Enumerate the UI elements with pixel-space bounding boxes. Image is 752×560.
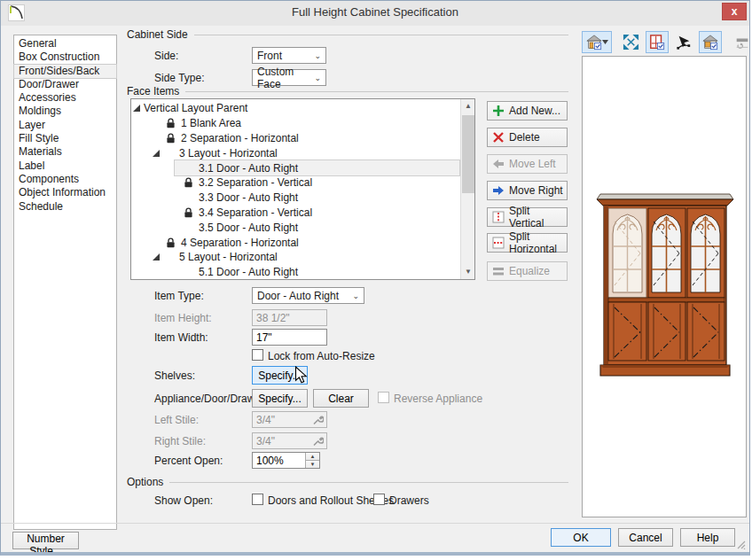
tree-row-selected[interactable]: 3.1 Door - Auto Right <box>175 160 459 175</box>
tree-row[interactable]: 5.1 Door - Auto Right <box>131 265 459 280</box>
appliance-specify-button[interactable]: Specify... <box>252 389 308 408</box>
drawers-checkbox[interactable] <box>373 494 385 505</box>
arrow-left-icon <box>492 158 505 170</box>
percent-open-field[interactable] <box>253 453 305 468</box>
reverse-appliance-label: Reverse Appliance <box>394 393 482 405</box>
tree-row[interactable]: 3.4 Separation - Vertical <box>131 206 459 221</box>
preview-toolbar <box>582 31 750 53</box>
sidebar-item-label[interactable]: Label <box>14 159 116 173</box>
standard-view-house-button[interactable] <box>582 31 612 53</box>
footer-divider <box>1 523 749 524</box>
left-stile-label: Left Stile: <box>154 414 199 426</box>
item-height-field <box>252 309 327 326</box>
spin-down-icon[interactable]: ▼ <box>306 461 319 468</box>
resize-grip[interactable] <box>737 541 746 549</box>
sidebar-item-fill-style[interactable]: Fill Style <box>14 132 116 145</box>
chevron-down-icon: ⌄ <box>352 292 359 300</box>
expander-icon[interactable] <box>133 105 140 112</box>
arrow-right-icon <box>492 184 505 197</box>
expander-icon[interactable] <box>153 253 160 261</box>
chevron-down-icon: ⌄ <box>314 74 321 82</box>
tree-scrollbar[interactable]: ▲ ▼ <box>460 99 474 279</box>
default-wrench-icon <box>312 414 324 425</box>
sidebar-item-layer[interactable]: Layer <box>14 119 116 132</box>
standard-view-house-icon <box>586 35 602 51</box>
group-title: Cabinet Side <box>127 28 188 41</box>
tree-row[interactable]: 3.3 Door - Auto Right <box>131 191 459 206</box>
rotate-disabled-icon <box>734 35 750 51</box>
shelves-specify-button[interactable]: Specify... <box>252 366 308 385</box>
close-button[interactable]: x <box>722 3 747 20</box>
cabinet-preview-image <box>596 191 734 386</box>
scrollbar-thumb[interactable] <box>462 115 474 193</box>
fill-window-button[interactable] <box>619 31 642 53</box>
sidebar-item-door-drawer[interactable]: Door/Drawer <box>14 78 116 91</box>
side-type-dropdown[interactable]: Custom Face ⌄ <box>252 69 326 86</box>
item-type-label: Item Type: <box>154 290 204 302</box>
cancel-button[interactable]: Cancel <box>618 528 673 547</box>
help-button[interactable]: Help <box>680 528 735 547</box>
chevron-down-icon: ⌄ <box>314 51 321 60</box>
edit-object-arrow-button[interactable] <box>672 31 695 53</box>
face-items-group-header: Face Items <box>127 85 568 97</box>
lock-auto-resize-checkbox[interactable] <box>252 349 263 361</box>
percent-open-label: Percent Open: <box>154 455 223 467</box>
rotate-disabled-button <box>731 31 750 53</box>
shelves-label: Shelves: <box>154 369 195 382</box>
reverse-appliance-checkbox <box>378 392 389 403</box>
spin-up-icon[interactable]: ▲ <box>306 453 319 461</box>
sidebar-item-object-information[interactable]: Object Information <box>14 186 116 199</box>
tree-row[interactable]: Vertical Layout Parent <box>131 101 459 116</box>
sidebar-item-general[interactable]: General <box>14 37 116 51</box>
face-item-color-toggle-button[interactable] <box>646 31 669 53</box>
dialog-title: Full Height Cabinet Specification <box>1 5 749 19</box>
sidebar-item-schedule[interactable]: Schedule <box>14 200 116 214</box>
split-vertical-icon <box>492 211 505 223</box>
tree-row[interactable]: 5 Layout - Horizontal <box>131 250 459 265</box>
side-label: Side: <box>154 50 178 62</box>
item-width-field[interactable] <box>252 329 327 346</box>
edit-object-arrow-icon <box>676 35 692 51</box>
preview-pane[interactable] <box>582 56 747 517</box>
tree-row[interactable]: 1 Blank Area <box>131 116 459 131</box>
doors-rollout-shelves-checkbox[interactable] <box>252 494 263 505</box>
side-dropdown[interactable]: Front ⌄ <box>252 47 326 64</box>
percent-open-spinner[interactable]: ▲ ▼ <box>252 452 320 469</box>
show-open-label: Show Open: <box>154 494 213 507</box>
scroll-down-icon[interactable]: ▼ <box>461 265 475 279</box>
sidebar-item-accessories[interactable]: Accessories <box>14 91 116 105</box>
number-style-button[interactable]: Number Style... <box>12 532 79 549</box>
sidebar-item-components[interactable]: Components <box>14 173 116 186</box>
tree-row[interactable]: 2 Separation - Horizontal <box>131 131 459 146</box>
plus-icon <box>492 105 505 117</box>
delete-button[interactable]: Delete <box>487 128 568 147</box>
tree-row[interactable]: 3 Layout - Horizontal <box>131 145 459 160</box>
right-stile-label: Right Stile: <box>154 435 206 447</box>
sidebar-item-box-construction[interactable]: Box Construction <box>14 51 116 64</box>
move-right-button[interactable]: Move Right <box>487 181 568 200</box>
ok-button[interactable]: OK <box>551 528 611 547</box>
item-type-dropdown[interactable]: Door - Auto Right ⌄ <box>252 287 364 304</box>
sidebar-item-moldings[interactable]: Moldings <box>14 105 116 118</box>
add-new-button[interactable]: Add New... <box>487 101 568 121</box>
item-height-label: Item Height: <box>154 312 212 324</box>
move-left-button: Move Left <box>487 154 568 174</box>
sidebar-item-materials[interactable]: Materials <box>14 145 116 159</box>
lock-icon <box>166 237 176 248</box>
lock-icon <box>166 133 176 144</box>
appliance-clear-button[interactable]: Clear <box>313 389 369 408</box>
side-type-label: Side Type: <box>154 72 204 84</box>
tree-row[interactable]: 4 Separation - Horizontal <box>131 235 459 250</box>
split-horizontal-button[interactable]: Split Horizontal <box>487 233 568 253</box>
fill-window-icon <box>623 34 639 51</box>
scroll-up-icon[interactable]: ▲ <box>461 99 475 113</box>
tree-row[interactable]: 3.5 Door - Auto Right <box>131 220 459 235</box>
split-vertical-button[interactable]: Split Vertical <box>487 207 568 227</box>
split-horizontal-icon <box>492 237 505 249</box>
tree-row[interactable]: 3.2 Separation - Vertical <box>131 175 459 191</box>
material-house-toggle-button[interactable] <box>699 31 722 53</box>
expander-icon[interactable] <box>153 150 160 157</box>
title-bar[interactable]: Full Height Cabinet Specification x <box>1 1 749 26</box>
sidebar-item-front-sides-back[interactable]: Front/Sides/Back <box>14 65 116 78</box>
face-item-color-toggle-icon <box>649 35 665 51</box>
